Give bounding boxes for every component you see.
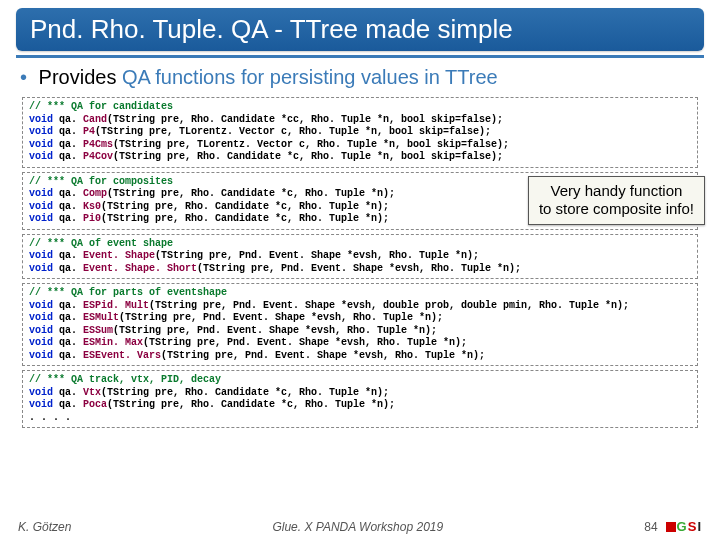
code-blocks: // *** QA for candidatesvoid qa. Cand(TS… <box>0 97 720 428</box>
code-comment: // *** QA for candidates <box>29 101 691 114</box>
code-line: void qa. ESPid. Mult(TString pre, Pnd. E… <box>29 300 691 313</box>
footer-center: Glue. X PANDA Workshop 2019 <box>272 520 443 534</box>
gsi-logo: GSI <box>666 519 702 534</box>
bullet-marker: • <box>20 66 27 88</box>
slide-title-bar: Pnd. Rho. Tuple. QA - TTree made simple <box>16 8 704 51</box>
code-line: void qa. Cand(TString pre, Rho. Candidat… <box>29 114 691 127</box>
code-comment: // *** QA track, vtx, PID, decay <box>29 374 691 387</box>
callout-box: Very handy functionto store composite in… <box>528 176 705 226</box>
page-number: 84 <box>644 520 657 534</box>
code-line: void qa. P4(TString pre, TLorentz. Vecto… <box>29 126 691 139</box>
code-line: void qa. ESMin. Max(TString pre, Pnd. Ev… <box>29 337 691 350</box>
code-block: // *** QA track, vtx, PID, decayvoid qa.… <box>22 370 698 428</box>
code-line: void qa. Poca(TString pre, Rho. Candidat… <box>29 399 691 412</box>
code-block: // *** QA of event shapevoid qa. Event. … <box>22 234 698 280</box>
code-comment: // *** QA of event shape <box>29 238 691 251</box>
bullet-line: • Provides QA functions for persisting v… <box>20 66 700 89</box>
code-line: void qa. P4Cms(TString pre, TLorentz. Ve… <box>29 139 691 152</box>
slide-title: Pnd. Rho. Tuple. QA - TTree made simple <box>30 14 690 45</box>
footer-author: K. Götzen <box>18 520 71 534</box>
footer-right: 84 GSI <box>644 519 702 534</box>
code-line: void qa. ESMult(TString pre, Pnd. Event.… <box>29 312 691 325</box>
logo-square-icon <box>666 522 676 532</box>
title-underline <box>16 55 704 58</box>
code-line: void qa. ESSum(TString pre, Pnd. Event. … <box>29 325 691 338</box>
code-block: // *** QA for candidatesvoid qa. Cand(TS… <box>22 97 698 168</box>
code-block: // *** QA for parts of eventshapevoid qa… <box>22 283 698 366</box>
code-block: // *** QA for compositesvoid qa. Comp(TS… <box>22 172 698 230</box>
footer: K. Götzen Glue. X PANDA Workshop 2019 84… <box>0 519 720 534</box>
code-line: void qa. Event. Shape(TString pre, Pnd. … <box>29 250 691 263</box>
bullet-lead: Provides <box>39 66 117 88</box>
code-line: void qa. ESEvent. Vars(TString pre, Pnd.… <box>29 350 691 363</box>
code-line: void qa. Vtx(TString pre, Rho. Candidate… <box>29 387 691 400</box>
code-comment: // *** QA for parts of eventshape <box>29 287 691 300</box>
code-line: void qa. Event. Shape. Short(TString pre… <box>29 263 691 276</box>
code-line: void qa. P4Cov(TString pre, Rho. Candida… <box>29 151 691 164</box>
code-line: . . . . <box>29 412 691 425</box>
bullet-rest: QA functions for persisting values in TT… <box>122 66 498 88</box>
